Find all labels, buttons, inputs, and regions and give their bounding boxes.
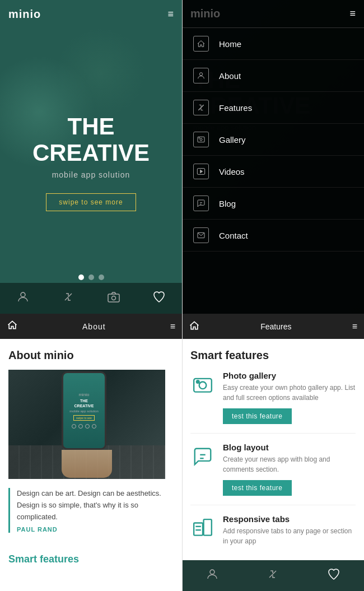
quote-block: Design can be art. Design can be aesthet…: [8, 488, 174, 533]
nav-item-gallery[interactable]: Gallery: [182, 124, 364, 156]
about-nav-bar: About ≡: [0, 314, 182, 339]
about-nav-label: About: [82, 322, 106, 331]
nav-label-home: Home: [219, 39, 241, 49]
nav-label-gallery: Gallery: [219, 135, 246, 145]
dot-1[interactable]: [78, 274, 84, 280]
responsive-tabs-desc: Add responsive tabs to any page or secti…: [223, 526, 356, 546]
svg-point-7: [200, 138, 202, 141]
responsive-tabs-icon: [190, 516, 215, 541]
feature-item-blog-layout: Blog layout Create your news app with bl…: [190, 443, 356, 505]
person-icon-right[interactable]: [206, 567, 219, 584]
blog-layout-icon: [190, 444, 215, 469]
hamburger-left[interactable]: ≡: [167, 8, 174, 20]
tools-icon-left[interactable]: [62, 290, 75, 307]
about-content: About minio minio THECREATIVE mobile app…: [0, 339, 182, 551]
tools-icon-right[interactable]: [266, 567, 279, 584]
hero-section-left: minio ≡ THE CREATIVE mobile app solution…: [0, 0, 182, 314]
nav-label-contact: Contact: [219, 231, 248, 240]
responsive-tabs-title: Responsive tabs: [223, 514, 356, 524]
hero-title-left: THE CREATIVE: [32, 114, 150, 165]
person-nav-icon: [193, 68, 209, 83]
hero-swipe-button[interactable]: swipe to see more: [46, 193, 136, 211]
smart-features-title: Smart features: [190, 349, 356, 362]
icon-bar-left: [0, 283, 182, 314]
nav-label-videos: Videos: [219, 167, 245, 176]
dot-2[interactable]: [88, 274, 94, 280]
heart-icon-right[interactable]: [327, 567, 340, 584]
nav-label-features: Features: [219, 103, 252, 113]
nav-item-about[interactable]: About: [182, 60, 364, 92]
feature-item-photo-gallery: Photo gallery Easy create your own photo…: [190, 371, 356, 434]
hero-dots: [0, 274, 182, 280]
svg-point-0: [21, 292, 25, 297]
svg-point-17: [199, 381, 207, 389]
blog-layout-desc: Create your news app with blog and comme…: [223, 454, 356, 474]
quote-text: Design can be art. Design can be aesthet…: [17, 488, 174, 523]
photo-gallery-text: Photo gallery Easy create your own photo…: [223, 371, 356, 424]
photo-gallery-button[interactable]: test this feature: [223, 408, 292, 424]
features-nav-icon: [193, 100, 209, 115]
blog-layout-title: Blog layout: [223, 443, 356, 452]
person-icon-left[interactable]: [16, 290, 30, 307]
features-nav-label: Features: [260, 322, 291, 331]
nav-item-videos[interactable]: Videos: [182, 156, 364, 188]
features-nav-menu-icon[interactable]: ≡: [352, 322, 357, 332]
contact-nav-icon: [193, 227, 209, 243]
dropdown-close-icon[interactable]: ≡: [349, 8, 356, 20]
smart-features-content: Smart features Photo gallery Easy create…: [182, 339, 364, 580]
svg-marker-10: [200, 170, 203, 173]
features-nav-home-icon[interactable]: [189, 320, 200, 333]
logo-left: minio: [8, 8, 41, 21]
blog-nav-icon: [193, 196, 209, 211]
feature-item-responsive-tabs: Responsive tabs Add responsive tabs to a…: [190, 514, 356, 561]
dropdown-menu-overlay: minio ≡ Home: [182, 0, 364, 314]
heart-icon-left[interactable]: [152, 290, 166, 307]
photo-gallery-desc: Easy create your own photo gallery app. …: [223, 383, 356, 403]
svg-rect-2: [108, 294, 119, 302]
dropdown-logo: minio: [190, 7, 220, 20]
svg-rect-21: [194, 523, 203, 536]
about-page-title: About minio: [8, 349, 174, 362]
icon-bar-right: [182, 560, 364, 591]
svg-point-14: [210, 570, 214, 574]
left-panel: minio ≡ THE CREATIVE mobile app solution…: [0, 0, 182, 591]
hero-subtitle-left: mobile app solution: [32, 170, 150, 179]
panel-divider: [182, 0, 183, 591]
about-nav-home-icon[interactable]: [7, 319, 18, 333]
quote-author: PAUL RAND: [17, 526, 174, 533]
svg-point-4: [199, 73, 202, 76]
features-nav-bar: Features ≡: [182, 314, 364, 339]
nav-item-contact[interactable]: Contact: [182, 220, 364, 252]
about-image: minio THECREATIVE mobile app solution sw…: [8, 370, 165, 479]
blog-layout-button[interactable]: test this feature: [223, 480, 292, 496]
svg-rect-22: [204, 519, 212, 536]
photo-gallery-icon: [190, 373, 215, 397]
nav-label-blog: Blog: [219, 199, 236, 208]
dropdown-header: minio ≡: [182, 0, 364, 28]
right-panel: THE CREATIVE mobile app solution minio ≡…: [182, 0, 364, 591]
nav-label-about: About: [219, 71, 241, 81]
nav-item-home[interactable]: Home: [182, 28, 364, 60]
hero-content-left: THE CREATIVE mobile app solution swipe t…: [32, 103, 150, 211]
responsive-tabs-text: Responsive tabs Add responsive tabs to a…: [223, 514, 356, 552]
svg-point-8: [199, 138, 199, 138]
nav-item-blog[interactable]: Blog: [182, 188, 364, 220]
blog-layout-text: Blog layout Create your news app with bl…: [223, 443, 356, 496]
svg-point-3: [112, 296, 116, 300]
gallery-nav-icon: [193, 132, 209, 147]
smart-features-label-left: Smart features: [0, 551, 182, 568]
about-nav-menu-icon[interactable]: ≡: [170, 322, 175, 332]
dot-3[interactable]: [99, 274, 104, 280]
camera-icon-left[interactable]: [107, 290, 120, 307]
left-header: minio ≡: [0, 0, 182, 28]
photo-gallery-title: Photo gallery: [223, 371, 356, 380]
dropdown-nav-list: Home About: [182, 28, 364, 252]
videos-nav-icon: [193, 164, 209, 179]
svg-point-18: [197, 380, 199, 383]
nav-item-features[interactable]: Features: [182, 92, 364, 124]
home-nav-icon: [193, 36, 209, 52]
